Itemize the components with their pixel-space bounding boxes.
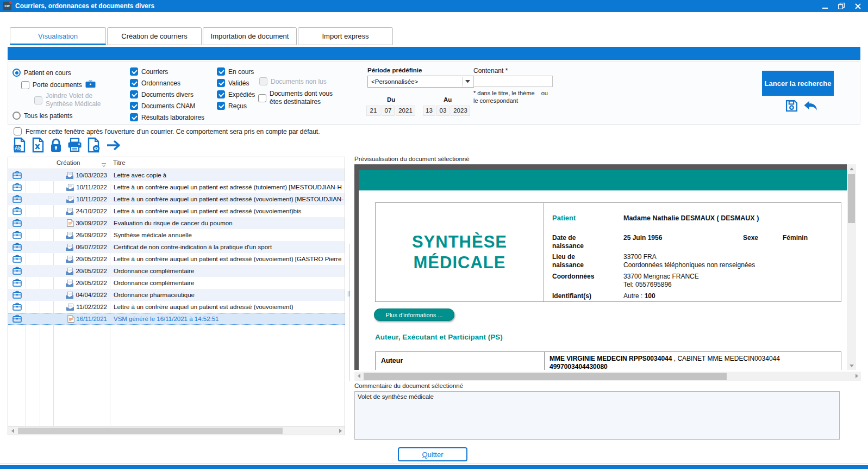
undo-icon[interactable] [803, 100, 818, 114]
birth-date-value: 25 Juin 1956 [623, 234, 662, 242]
mail-document-icon [66, 196, 74, 203]
birthplace-label: Lieu denaissance [552, 253, 584, 269]
comment-textarea[interactable]: Volet de synthèse médicale [354, 391, 840, 440]
excel-document-icon[interactable] [31, 137, 45, 153]
table-row[interactable]: 24/10/2022Lettre à un confrère auquel un… [8, 205, 345, 217]
tous-les-patients-label: Tous les patients [24, 112, 72, 120]
table-row[interactable]: 30/09/2022Evaluation du risque de cancer… [8, 217, 345, 229]
row-creation-date: 10/11/2022 [76, 184, 107, 190]
quit-button[interactable]: Quitter [398, 447, 467, 461]
table-hscroll-thumb[interactable] [18, 428, 283, 434]
documents-destinataires-checkbox[interactable] [258, 94, 266, 102]
patient-en-cours-radio[interactable] [13, 69, 21, 77]
contenant-input[interactable] [473, 76, 553, 87]
row-title: Lettre à un confrère auquel un patient e… [110, 196, 345, 202]
scroll-down-icon[interactable] [847, 361, 856, 370]
doc-type-checkbox-2[interactable] [130, 90, 138, 98]
word-document-icon[interactable]: Ab [13, 137, 26, 153]
table-row[interactable]: 20/05/2022Ordonnance complémentaire [8, 265, 345, 277]
table-row[interactable]: 11/02/2022Lettre à un confrère auquel un… [8, 301, 345, 313]
doc-type-checkbox-3[interactable] [130, 102, 138, 110]
preview-scroll-right-icon[interactable] [852, 372, 861, 380]
identifiants-value: Autre : 100 [623, 292, 655, 300]
porte-documents-label: Porte documents [33, 81, 82, 89]
scroll-right-icon[interactable] [336, 427, 345, 435]
table-row[interactable]: 10/11/2022Lettre à un confrère auquel un… [8, 193, 345, 205]
save-search-icon[interactable] [785, 100, 798, 114]
minimize-button[interactable] [817, 0, 833, 12]
author-section-heading: Auteur, Exécutant et Participant (PS) [375, 333, 503, 341]
row-creation-date: 04/04/2022 [76, 292, 107, 298]
briefcase-icon [13, 267, 22, 276]
doc-type-label-4: Résultats laboratoires [141, 114, 204, 121]
status-label-3: Reçus [228, 102, 247, 110]
generated-document-icon [67, 315, 74, 323]
joindre-volet-checkbox[interactable] [34, 96, 42, 104]
launch-search-button[interactable]: Lancer la recherche [762, 71, 834, 96]
table-row[interactable]: 26/09/2022Synthèse médicale annuelle [8, 229, 345, 241]
table-row[interactable]: 10/03/2023Lettre avec copie à [8, 169, 345, 181]
lock-icon[interactable] [49, 138, 63, 153]
tous-les-patients-radio[interactable] [13, 112, 21, 120]
scroll-left-icon[interactable] [8, 427, 17, 435]
du-day-field[interactable]: 21 [366, 106, 380, 116]
status-checkbox-3[interactable] [217, 102, 225, 110]
doc-type-checkbox-0[interactable] [130, 67, 138, 76]
row-title: Lettre à un confrère auquel un patient e… [110, 208, 345, 214]
more-information-button[interactable]: Plus d'informations ... [374, 308, 454, 321]
print-icon[interactable] [67, 138, 82, 152]
status-checkbox-1[interactable] [217, 79, 225, 87]
app-icon: cw [3, 2, 11, 10]
row-creation-date: 20/05/2022 [76, 268, 107, 274]
row-creation-date: 11/02/2022 [76, 304, 107, 310]
scroll-up-icon[interactable] [847, 164, 856, 173]
tab-import-express[interactable]: Import express [298, 27, 393, 45]
table-horizontal-scrollbar[interactable] [8, 426, 345, 435]
titre-column-header[interactable]: Titre [110, 157, 126, 169]
footer-divider [0, 464, 868, 464]
documents-non-lus-checkbox[interactable] [259, 77, 267, 85]
tab-creation-de-courriers[interactable]: Création de courriers [107, 27, 202, 45]
table-row[interactable]: 06/07/2022Certificat de non contre-indic… [8, 241, 345, 253]
table-row[interactable]: 20/05/2022Ordonnance complémentaire [8, 277, 345, 289]
birthplace-value: 33700 FRACoordonnées téléphoniques non r… [623, 253, 755, 269]
preview-scroll-left-icon[interactable] [354, 372, 363, 380]
documents-destinataires-label: Documents dont vousêtes destinataires [270, 90, 333, 106]
table-row[interactable]: 20/05/2022Lettre à un confrère auquel un… [8, 253, 345, 265]
preview-horizontal-scrollbar[interactable] [354, 372, 861, 381]
row-creation-date: 20/05/2022 [76, 256, 107, 262]
preview-vertical-scrollbar[interactable] [847, 164, 856, 370]
open-arrow-icon[interactable] [106, 139, 121, 152]
tab-importation-de-document[interactable]: Importation de document [203, 27, 297, 45]
au-label: Au [444, 96, 452, 103]
row-creation-date: 24/10/2022 [76, 208, 107, 214]
preview-document-icon[interactable] [87, 137, 101, 153]
preview-vscroll-thumb[interactable] [848, 174, 855, 223]
close-after-open-checkbox[interactable] [14, 127, 22, 135]
birth-date-label: Date denaissance [552, 234, 584, 250]
preview-hscroll-thumb[interactable] [364, 373, 727, 380]
table-row[interactable]: 04/04/2022Ordonnance pharmaceutique [8, 289, 345, 301]
panel-splitter[interactable]: || [347, 157, 352, 435]
status-checkbox-2[interactable] [217, 90, 225, 98]
status-checkbox-0[interactable] [217, 67, 225, 76]
table-row[interactable]: 10/11/2022Lettre à un confrère auquel un… [8, 181, 345, 193]
creation-column-header[interactable]: Création [53, 157, 110, 169]
table-row[interactable]: 16/11/2021VSM généré le 16/11/2021 à 14:… [8, 313, 345, 325]
briefcase-icon [13, 171, 22, 180]
doc-type-checkbox-4[interactable] [130, 113, 138, 121]
doc-type-checkbox-1[interactable] [130, 79, 138, 87]
periode-dropdown[interactable]: <Personnalisée> [367, 76, 474, 88]
du-year-field[interactable]: 2021 [396, 106, 415, 116]
blue-banner [8, 47, 860, 60]
document-header-bar [359, 170, 847, 190]
au-month-field[interactable]: 03 [436, 106, 449, 116]
au-year-field[interactable]: 2023 [451, 106, 470, 116]
tab-visualisation[interactable]: Visualisation [10, 27, 106, 45]
du-month-field[interactable]: 07 [382, 106, 395, 116]
au-day-field[interactable]: 13 [423, 106, 435, 116]
row-creation-date: 20/05/2022 [76, 280, 107, 286]
restore-button[interactable] [833, 0, 850, 12]
close-button[interactable] [850, 0, 866, 12]
porte-documents-checkbox[interactable] [21, 81, 29, 89]
